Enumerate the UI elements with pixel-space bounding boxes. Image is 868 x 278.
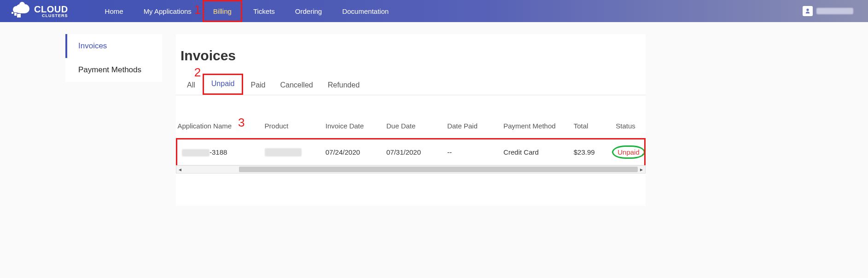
brand-text: CLOUD CLUSTERS [34,5,68,18]
app-name-suffix: -3188 [210,148,227,156]
th-payment-method: Payment Method [500,114,570,139]
cell-invoice-date: 07/24/2020 [322,139,383,165]
sidebar-item-payment-methods[interactable]: Payment Methods [65,58,162,82]
cell-product [261,139,322,165]
scroll-left-icon[interactable]: ◄ [176,166,184,173]
top-navbar: CLOUD CLUSTERS Home My Applications Bill… [0,0,868,22]
cell-application-name: -3188 [177,139,261,165]
nav-billing[interactable]: Billing [203,0,242,22]
th-application-name: Application Name [177,114,261,139]
brand-line2: CLUSTERS [34,14,68,18]
th-status: Status [612,114,645,139]
app-name-redacted [182,149,210,156]
sidebar-item-invoices[interactable]: Invoices [65,34,162,58]
brand-line1: CLOUD [34,5,68,14]
cloud-icon [11,4,29,18]
nav-documentation[interactable]: Documentation [333,0,398,22]
th-product: Product [261,114,322,139]
tab-all[interactable]: All [180,76,203,95]
invoice-table: Application Name Product Invoice Date Du… [176,114,646,165]
th-total: Total [570,114,612,139]
invoice-table-wrap: 3 Application Name Product Invoice Date … [176,114,646,174]
page-body: Invoices Payment Methods Invoices All Un… [0,22,868,206]
primary-nav: Home My Applications Billing 1 Tickets O… [96,0,398,22]
tab-refunded[interactable]: Refunded [320,76,367,95]
status-badge: Unpaid [618,148,640,156]
table-header-row: Application Name Product Invoice Date Du… [177,114,645,139]
scroll-right-icon[interactable]: ► [638,166,645,173]
user-avatar-icon [803,6,813,16]
nav-ordering[interactable]: Ordering [286,0,331,22]
tab-paid[interactable]: Paid [243,76,273,95]
horizontal-scrollbar[interactable]: ◄ ► [176,165,646,174]
page-title: Invoices [176,48,646,74]
th-due-date: Due Date [383,114,443,139]
cell-due-date: 07/31/2020 [383,139,443,165]
user-name-redacted [816,8,853,14]
cell-status: Unpaid [612,139,645,165]
product-redacted [265,148,302,156]
content-panel: Invoices All Unpaid 2 Paid Cancelled Ref… [176,34,646,206]
invoice-filter-tabs: All Unpaid 2 Paid Cancelled Refunded [176,74,646,95]
scroll-thumb[interactable] [239,167,638,172]
tab-unpaid[interactable]: Unpaid [203,74,244,95]
th-date-paid: Date Paid [443,114,500,139]
tab-cancelled[interactable]: Cancelled [273,76,320,95]
table-row[interactable]: -3188 07/24/2020 07/31/2020 -- Credit Ca… [177,139,645,165]
user-menu[interactable] [803,6,853,16]
billing-sidebar: Invoices Payment Methods [65,34,162,82]
nav-my-applications[interactable]: My Applications [134,0,201,22]
th-invoice-date: Invoice Date [322,114,383,139]
cell-total: $23.99 [570,139,612,165]
nav-tickets[interactable]: Tickets [244,0,284,22]
scroll-track[interactable] [184,166,638,173]
nav-home[interactable]: Home [96,0,133,22]
cell-payment-method: Credit Card [500,139,570,165]
brand-logo[interactable]: CLOUD CLUSTERS [11,4,68,18]
cell-date-paid: -- [443,139,500,165]
